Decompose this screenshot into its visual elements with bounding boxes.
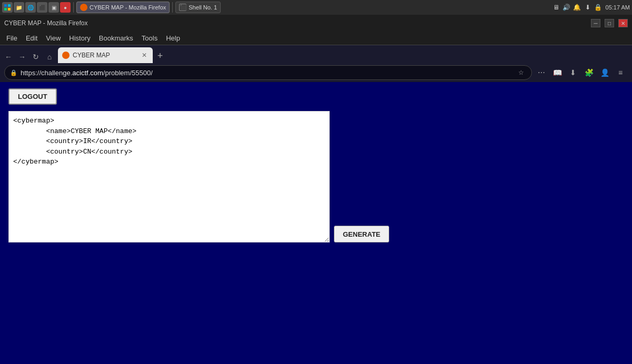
os-taskbar: 📁 🌐 ⬛ ▣ ● CYBER MAP - Mozilla Firefox ⬛ … [0, 0, 632, 15]
svg-rect-2 [4, 8, 7, 11]
clock: 05:17 AM [606, 4, 630, 11]
menu-file[interactable]: File [2, 33, 22, 43]
tab-label: CYBER MAP [73, 52, 137, 59]
account-button[interactable]: 👤 [597, 65, 612, 80]
taskbar-files-icon[interactable]: 📁 [14, 2, 24, 13]
bell-icon: 🔔 [573, 3, 581, 12]
home-button[interactable]: ⌂ [43, 50, 56, 63]
new-tab-button[interactable]: + [153, 48, 167, 63]
taskbar-box-icon[interactable]: ▣ [48, 2, 59, 13]
taskbar-separator-2 [172, 2, 173, 13]
more-options-button[interactable]: ⋯ [534, 65, 549, 80]
tab-nav-buttons: ← → ↻ ⌂ [2, 50, 56, 63]
tab-cybermap[interactable]: CYBER MAP ✕ [58, 47, 153, 63]
tab-close-button[interactable]: ✕ [140, 51, 149, 59]
refresh-button[interactable]: ↻ [29, 50, 42, 63]
taskbar-browser-icon[interactable]: 🌐 [25, 2, 36, 13]
maximize-button[interactable]: □ [605, 19, 614, 27]
close-button[interactable]: ✕ [618, 19, 628, 27]
reading-mode-button[interactable]: 📖 [550, 65, 565, 80]
content-area: <cybermap> <name>CYBER MAP</name> <count… [8, 111, 624, 242]
menu-view[interactable]: View [42, 33, 65, 43]
menu-button[interactable]: ≡ [613, 65, 628, 80]
taskbar-start-icon[interactable] [2, 2, 13, 13]
svg-rect-1 [8, 4, 11, 7]
taskbar-app-firefox-label: CYBER MAP - Mozilla Firefox [90, 4, 166, 11]
url-text: https://challenge.acictf.com/problem/555… [21, 69, 512, 77]
monitor-icon: 🖥 [552, 3, 560, 12]
security-lock-icon: 🔒 [10, 69, 17, 76]
page-content: LOGOUT <cybermap> <name>CYBER MAP</name>… [0, 82, 632, 364]
back-button[interactable]: ← [2, 50, 15, 63]
window-controls: ─ □ ✕ [591, 19, 628, 27]
taskbar-app-firefox[interactable]: CYBER MAP - Mozilla Firefox [76, 2, 170, 13]
xml-textarea-wrapper: <cybermap> <name>CYBER MAP</name> <count… [8, 111, 330, 242]
logout-button[interactable]: LOGOUT [8, 88, 57, 105]
extensions-button[interactable]: 🧩 [581, 65, 596, 80]
menu-bar: File Edit View History Bookmarks Tools H… [0, 32, 632, 45]
shell-icon: ⬛ [179, 4, 186, 11]
browser-title-bar: CYBER MAP - Mozilla Firefox ─ □ ✕ [0, 15, 632, 32]
volume-icon: 🔊 [562, 3, 571, 12]
download-icon: ⬇ [584, 3, 592, 12]
menu-tools[interactable]: Tools [137, 33, 162, 43]
bookmark-button[interactable]: ☆ [516, 67, 526, 78]
forward-button[interactable]: → [16, 50, 28, 63]
taskbar-terminal-icon[interactable]: ⬛ [37, 2, 47, 13]
address-right-buttons: ⋯ 📖 ⬇ 🧩 👤 ≡ [534, 65, 628, 80]
minimize-button[interactable]: ─ [591, 19, 600, 27]
taskbar-app-shell[interactable]: ⬛ Shell No. 1 [175, 2, 221, 13]
firefox-icon [80, 4, 87, 11]
menu-help[interactable]: Help [162, 33, 184, 43]
menu-bookmarks[interactable]: Bookmarks [95, 33, 137, 43]
lock-icon: 🔒 [594, 3, 603, 12]
svg-rect-3 [8, 8, 11, 11]
address-bar: 🔒 https://challenge.acictf.com/problem/5… [0, 63, 632, 82]
xml-input[interactable]: <cybermap> <name>CYBER MAP</name> <count… [8, 111, 330, 242]
downloads-button[interactable]: ⬇ [566, 65, 580, 80]
url-bar[interactable]: 🔒 https://challenge.acictf.com/problem/5… [4, 65, 532, 80]
tab-favicon-icon [62, 52, 70, 59]
tab-bar: ← → ↻ ⌂ CYBER MAP ✕ + [0, 45, 632, 63]
browser-title-text: CYBER MAP - Mozilla Firefox [4, 19, 591, 27]
sys-icons: 🖥 🔊 🔔 ⬇ 🔒 [552, 3, 603, 12]
generate-button[interactable]: GENERATE [334, 226, 389, 242]
taskbar-right: 🖥 🔊 🔔 ⬇ 🔒 05:17 AM [552, 3, 630, 12]
taskbar-separator-1 [73, 2, 74, 13]
taskbar-red-icon[interactable]: ● [60, 2, 71, 13]
taskbar-app-shell-label: Shell No. 1 [189, 4, 217, 11]
menu-history[interactable]: History [65, 33, 94, 43]
menu-edit[interactable]: Edit [22, 33, 42, 43]
svg-rect-0 [4, 4, 7, 7]
